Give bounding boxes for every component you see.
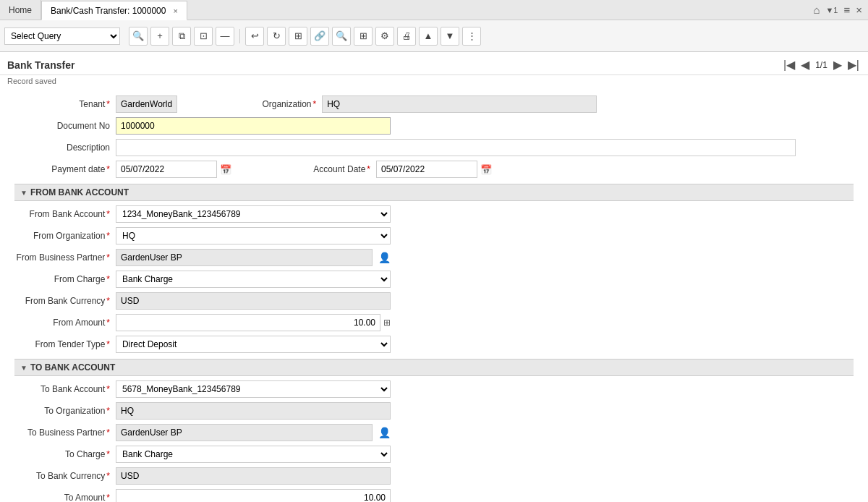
description-field (116, 139, 796, 156)
payment-date-input[interactable] (116, 161, 217, 178)
page-header: Bank Transfer |◀ ◀ 1/1 ▶ ▶| (0, 52, 868, 75)
from-bank-account-row: From Bank Account 1234_MoneyBank_1234567… (14, 205, 854, 223)
from-organization-row: From Organization HQ (14, 227, 854, 244)
description-label: Description (14, 142, 116, 153)
from-business-partner-input[interactable] (116, 249, 373, 266)
select-query-dropdown[interactable]: Select Query (4, 27, 120, 45)
from-tender-type-select[interactable]: Direct Deposit (116, 336, 391, 353)
tenant-value: GardenWorld (116, 95, 177, 113)
description-row: Description (14, 139, 854, 156)
from-business-partner-person-icon[interactable]: 👤 (378, 252, 391, 263)
to-bank-currency-row: To Bank Currency USD (14, 467, 854, 485)
to-bank-currency-label: To Bank Currency (14, 471, 116, 481)
to-charge-field: Bank Charge (116, 446, 391, 463)
from-bank-currency-field: USD (116, 292, 391, 310)
refresh-button[interactable]: ↻ (267, 27, 286, 46)
link-button[interactable]: 🔗 (310, 27, 329, 46)
from-tender-type-label: From Tender Type (14, 339, 116, 349)
from-amount-input[interactable] (116, 314, 380, 331)
to-business-partner-input[interactable] (116, 424, 373, 441)
account-date-input[interactable] (376, 161, 477, 178)
payment-date-calendar-icon[interactable]: 📅 (220, 164, 231, 175)
from-organization-field: HQ (116, 227, 391, 244)
delete-button[interactable]: ⊡ (194, 27, 213, 46)
to-business-partner-person-icon[interactable]: 👤 (378, 427, 391, 438)
settings-button[interactable]: ⚙ (375, 27, 394, 46)
from-amount-calc-icon[interactable]: ⊞ (383, 318, 391, 328)
document-no-input[interactable] (116, 117, 391, 135)
window-count: ▼1 (825, 6, 838, 14)
search-button[interactable]: 🔍 (129, 27, 148, 46)
nav-page-info: 1/1 (814, 59, 829, 72)
to-organization-field: HQ (116, 402, 391, 420)
nav-prev-icon[interactable]: ◀ (799, 56, 811, 73)
from-bank-currency-value: USD (116, 292, 391, 310)
to-business-partner-label: To Business Partner (14, 427, 116, 438)
to-bank-account-field: 5678_MoneyBank_123456789 (116, 380, 391, 398)
to-charge-select[interactable]: Bank Charge (116, 446, 391, 463)
down-button[interactable]: ▼ (441, 27, 459, 46)
to-bank-currency-value: USD (116, 467, 391, 485)
account-date-calendar-icon[interactable]: 📅 (480, 164, 492, 175)
close-window-icon[interactable]: × (856, 4, 862, 16)
to-charge-row: To Charge Bank Charge (14, 446, 854, 463)
to-organization-label: To Organization (14, 406, 116, 416)
to-organization-row: To Organization HQ (14, 402, 854, 420)
tenant-field: GardenWorld (116, 95, 177, 113)
from-bank-account-select[interactable]: 1234_MoneyBank_123456789 (116, 205, 391, 223)
account-date-field: 📅 (376, 161, 492, 178)
from-amount-label: From Amount (14, 318, 116, 328)
minus-button[interactable]: — (216, 27, 234, 46)
organization-field: HQ (322, 95, 597, 113)
from-charge-select[interactable]: Bank Charge (116, 271, 391, 288)
to-bank-account-select[interactable]: 5678_MoneyBank_123456789 (116, 380, 391, 398)
record-saved-status: Record saved (0, 75, 868, 88)
copy-button[interactable]: ⧉ (172, 27, 191, 46)
page-title: Bank Transfer (7, 59, 75, 71)
from-tender-type-field: Direct Deposit (116, 336, 391, 353)
from-business-partner-row: From Business Partner 👤 (14, 249, 854, 266)
to-section-label: TO BANK ACCOUNT (30, 362, 115, 373)
tab-close-icon[interactable]: × (173, 7, 177, 15)
nav-first-icon[interactable]: |◀ (782, 56, 796, 73)
home-icon[interactable]: ⌂ (813, 4, 820, 16)
up-button[interactable]: ▲ (419, 27, 438, 46)
attachment-button[interactable]: ⊞ (354, 27, 373, 46)
account-date-label: Account Date (275, 164, 376, 174)
to-section-arrow: ▼ (20, 364, 27, 372)
from-bank-account-section-header[interactable]: ▼ FROM BANK ACCOUNT (14, 184, 854, 201)
tab-active[interactable]: Bank/Cash Transfer: 1000000 × (41, 1, 187, 20)
zoom-button[interactable]: 🔍 (332, 27, 351, 46)
add-button[interactable]: + (150, 27, 169, 46)
from-bank-currency-label: From Bank Currency (14, 296, 116, 306)
to-bank-account-row: To Bank Account 5678_MoneyBank_123456789 (14, 380, 854, 398)
from-section-arrow: ▼ (20, 189, 27, 197)
grid-button[interactable]: ⊞ (289, 27, 307, 46)
to-amount-label: To Amount (14, 493, 116, 502)
payment-date-field: 📅 (116, 161, 231, 178)
account-date-col: Account Date 📅 (275, 161, 492, 178)
nav-last-icon[interactable]: ▶| (846, 56, 861, 73)
date-row: Payment date 📅 Account Date 📅 (14, 161, 854, 178)
undo-button[interactable]: ↩ (245, 27, 264, 46)
document-no-label: Document No (14, 121, 116, 131)
more-button[interactable]: ⋮ (462, 27, 481, 46)
menu-icon[interactable]: ≡ (843, 4, 850, 16)
nav-next-icon[interactable]: ▶ (832, 56, 843, 73)
from-bank-account-field: 1234_MoneyBank_123456789 (116, 205, 391, 223)
organization-value: HQ (322, 95, 597, 113)
from-business-partner-label: From Business Partner (14, 252, 116, 263)
to-amount-input[interactable] (116, 489, 391, 502)
home-tab-label: Home (9, 5, 32, 15)
to-bank-account-label: To Bank Account (14, 384, 116, 394)
print-button[interactable]: 🖨 (397, 27, 416, 46)
description-input[interactable] (116, 139, 796, 156)
active-tab-label: Bank/Cash Transfer: 1000000 (51, 6, 166, 16)
to-bank-account-section-header[interactable]: ▼ TO BANK ACCOUNT (14, 359, 854, 376)
to-business-partner-row: To Business Partner 👤 (14, 424, 854, 441)
payment-date-label: Payment date (14, 164, 116, 174)
tab-home[interactable]: Home (0, 0, 41, 20)
from-organization-select[interactable]: HQ (116, 227, 391, 244)
to-amount-field (116, 489, 391, 502)
tenant-label: Tenant (14, 99, 116, 109)
